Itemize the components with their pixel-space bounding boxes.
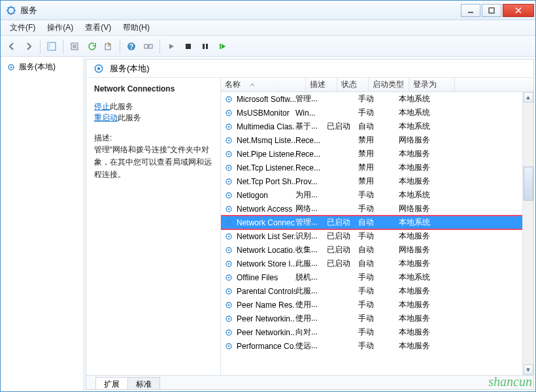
- col-logon[interactable]: 登录为: [409, 78, 455, 91]
- services-window: 服务 文件(F) 操作(A) 查看(V) 帮助(H) ?: [0, 0, 536, 392]
- col-desc[interactable]: 描述: [306, 78, 337, 91]
- view-tabs: 扩展 标准: [86, 375, 533, 389]
- gear-icon: [6, 62, 16, 73]
- service-row[interactable]: Peer Name Res...使用...手动本地服务: [221, 298, 533, 312]
- menu-file[interactable]: 文件(F): [5, 20, 41, 35]
- svg-point-31: [228, 180, 230, 182]
- service-row[interactable]: Net.Tcp Port Sh...Prov...禁用本地服务: [221, 174, 533, 188]
- forward-button[interactable]: [22, 39, 36, 54]
- service-row[interactable]: Microsoft Softw...管理...手动本地系统: [221, 92, 533, 106]
- tab-extended[interactable]: 扩展: [95, 377, 128, 389]
- description-label: 描述:: [94, 133, 212, 144]
- svg-point-19: [228, 98, 230, 100]
- minimize-button[interactable]: [461, 4, 480, 17]
- svg-point-55: [228, 345, 230, 347]
- service-row[interactable]: Network Access ...网络...手动网络服务: [221, 202, 533, 216]
- menu-action[interactable]: 操作(A): [42, 20, 78, 35]
- window-title: 服务: [20, 5, 461, 16]
- svg-rect-12: [206, 44, 208, 49]
- service-row[interactable]: Offline Files脱机...手动本地系统: [221, 270, 533, 284]
- col-name[interactable]: 名称: [221, 78, 306, 91]
- pause-service-button[interactable]: [198, 39, 212, 54]
- restart-link[interactable]: 重启动: [94, 113, 118, 122]
- service-row[interactable]: Network List Ser...识别...已启动手动本地服务: [221, 229, 533, 243]
- svg-point-41: [228, 249, 230, 251]
- svg-rect-11: [203, 44, 205, 49]
- svg-point-35: [228, 208, 230, 210]
- svg-point-17: [97, 67, 101, 70]
- svg-point-39: [228, 235, 230, 237]
- service-row[interactable]: Net.Pipe Listene...Rece...禁用本地服务: [221, 147, 533, 161]
- properties-button[interactable]: [67, 39, 82, 54]
- start-service-button[interactable]: [164, 39, 178, 54]
- service-row[interactable]: Peer Networkin...向对...手动本地服务: [221, 325, 533, 339]
- tree-pane: 服务(本地): [1, 57, 84, 391]
- service-row[interactable]: Network Store I...此服...已启动自动本地服务: [221, 257, 533, 270]
- svg-point-33: [228, 194, 230, 196]
- scroll-down-button[interactable]: ▼: [524, 365, 533, 375]
- help-button[interactable]: ?: [124, 39, 139, 54]
- service-row[interactable]: MsUSBMonitorWin...手动本地系统: [221, 106, 533, 120]
- svg-point-27: [228, 153, 230, 155]
- svg-rect-8: [144, 44, 148, 48]
- svg-point-45: [228, 276, 230, 278]
- service-row[interactable]: Network Locatio...收集...已启动自动网络服务: [221, 243, 533, 257]
- back-button[interactable]: [5, 39, 19, 54]
- restart-service-button[interactable]: [215, 39, 229, 54]
- maximize-button[interactable]: [482, 4, 501, 17]
- menu-view[interactable]: 查看(V): [80, 20, 116, 35]
- menu-help[interactable]: 帮助(H): [118, 20, 155, 35]
- gear-icon: [93, 63, 105, 74]
- vertical-scrollbar[interactable]: ▲ ▼: [522, 92, 533, 375]
- toolbar: ?: [1, 36, 535, 57]
- svg-point-25: [228, 139, 230, 141]
- svg-point-15: [10, 66, 12, 68]
- svg-rect-13: [220, 44, 221, 49]
- service-row[interactable]: Peer Networkin...使用...手动本地服务: [221, 312, 533, 325]
- svg-point-37: [228, 221, 230, 223]
- services-icon: [6, 5, 16, 16]
- svg-text:?: ?: [129, 43, 133, 50]
- scroll-thumb[interactable]: [524, 167, 533, 201]
- svg-point-23: [228, 125, 230, 127]
- service-row[interactable]: Net.Tcp Listener...Rece...禁用本地服务: [221, 161, 533, 174]
- scroll-track[interactable]: [524, 103, 533, 365]
- content-area: 服务(本地) 服务(本地) Network Connections 停止此服务 …: [1, 57, 535, 391]
- service-row[interactable]: Multimedia Clas...基于...已启动自动本地系统: [221, 120, 533, 133]
- svg-point-49: [228, 304, 230, 306]
- titlebar[interactable]: 服务: [1, 1, 535, 20]
- column-headers: 名称 描述 状态 启动类型 登录为: [221, 78, 533, 92]
- svg-rect-10: [186, 44, 191, 49]
- service-row[interactable]: Network Connec...管理...已启动自动本地系统: [221, 216, 533, 229]
- stop-service-button[interactable]: [181, 39, 195, 54]
- service-row[interactable]: Netlogon为用...手动本地系统: [221, 188, 533, 202]
- tab-standard[interactable]: 标准: [127, 377, 160, 389]
- description-text: 管理“网络和拨号连接”文件夹中对象，在其中您可以查看局域网和远程连接。: [94, 144, 212, 182]
- svg-rect-9: [149, 44, 152, 48]
- svg-point-51: [228, 318, 230, 319]
- service-row[interactable]: Net.Msmq Liste...Rece...禁用网络服务: [221, 133, 533, 147]
- svg-point-53: [228, 331, 230, 333]
- col-status[interactable]: 状态: [337, 78, 369, 91]
- service-row[interactable]: Parental Controls此服...手动本地服务: [221, 284, 533, 298]
- show-hide-tree-button[interactable]: [44, 39, 59, 54]
- export-button[interactable]: [101, 39, 116, 54]
- service-row[interactable]: Performance Co...使远...手动本地服务: [221, 339, 533, 353]
- svg-point-47: [228, 290, 230, 292]
- svg-point-43: [228, 263, 230, 265]
- col-startup[interactable]: 启动类型: [369, 78, 409, 91]
- svg-rect-1: [489, 8, 494, 13]
- panel-title: 服务(本地): [110, 63, 150, 74]
- close-button[interactable]: [503, 4, 534, 17]
- services-list: 名称 描述 状态 启动类型 登录为 Microsoft Softw...管理..…: [221, 78, 533, 375]
- menubar: 文件(F) 操作(A) 查看(V) 帮助(H): [1, 20, 535, 36]
- connect-button[interactable]: [141, 39, 156, 54]
- svg-point-21: [228, 112, 230, 114]
- svg-rect-3: [48, 42, 50, 50]
- refresh-button[interactable]: [84, 39, 99, 54]
- stop-link[interactable]: 停止: [94, 102, 110, 111]
- tree-node-label: 服务(本地): [19, 61, 56, 73]
- selected-service-name: Network Connections: [94, 84, 212, 93]
- tree-node-services-local[interactable]: 服务(本地): [5, 60, 80, 74]
- scroll-up-button[interactable]: ▲: [524, 92, 533, 103]
